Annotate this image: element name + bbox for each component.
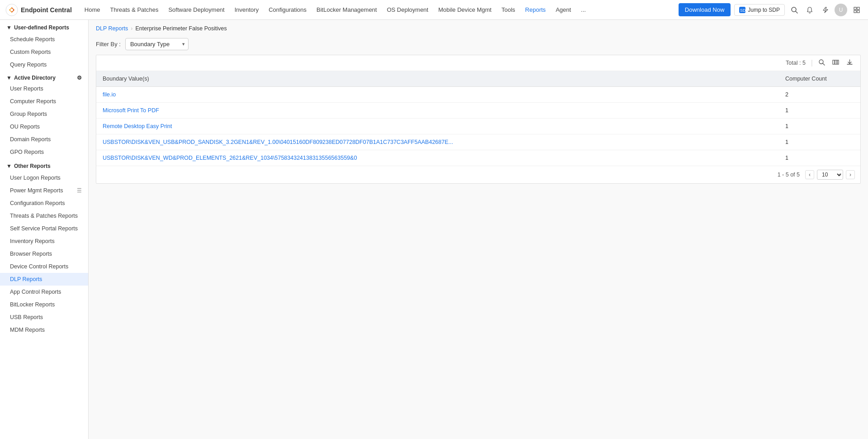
svg-line-5 — [796, 11, 797, 13]
sdp-label: Jump to SDP — [748, 7, 780, 13]
nav-agent[interactable]: Agent — [551, 4, 576, 16]
sidebar-item-usb-reports[interactable]: USB Reports — [0, 311, 88, 324]
svg-rect-7 — [857, 7, 859, 10]
grid-button[interactable] — [851, 4, 863, 16]
table-header-row: Boundary Value(s) Computer Count — [96, 71, 860, 87]
svg-line-11 — [823, 63, 825, 65]
table-container: Total : 5 | — [96, 55, 861, 184]
sidebar-item-mdm-reports[interactable]: MDM Reports — [0, 324, 88, 336]
svg-point-1 — [10, 9, 13, 11]
svg-rect-12 — [833, 60, 835, 64]
cell-boundary-3[interactable]: USBSTOR\DISK&VEN_USB&PROD_SANDISK_3.2GEN… — [96, 134, 779, 150]
collapse-sidebar-icon[interactable]: ☰ — [77, 187, 82, 194]
nav-actions: Download Now SDP Jump to SDP U — [679, 3, 863, 16]
svg-rect-9 — [857, 10, 859, 13]
sidebar-item-bitlocker-reports[interactable]: BitLocker Reports — [0, 298, 88, 311]
filter-label: Filter By : — [96, 41, 121, 48]
section-active-directory[interactable]: ▼ Active Directory — [6, 75, 56, 81]
nav-tools[interactable]: Tools — [497, 4, 519, 16]
section-user-defined[interactable]: ▼ User-defined Reports — [0, 20, 88, 33]
sidebar-item-threats-patches-reports[interactable]: Threats & Patches Reports — [0, 210, 88, 222]
data-table: Boundary Value(s) Computer Count file.io… — [96, 71, 860, 166]
table-download-icon — [846, 59, 853, 66]
table-row: USBSTOR\DISK&VEN_WD&PROD_ELEMENTS_2621&R… — [96, 150, 860, 166]
table-columns-button[interactable] — [830, 58, 841, 68]
nav-home[interactable]: Home — [80, 4, 105, 16]
table-row: Microsoft Print To PDF 1 — [96, 103, 860, 119]
svg-rect-6 — [854, 7, 856, 10]
table-row: file.io 2 — [96, 87, 860, 103]
page-prev-button[interactable]: ‹ — [805, 170, 814, 179]
cell-count-1: 1 — [779, 103, 860, 119]
nav-software-deployment[interactable]: Software Deployment — [164, 4, 229, 16]
sidebar-item-user-reports[interactable]: User Reports — [0, 82, 88, 95]
cell-count-3: 1 — [779, 134, 860, 150]
table-search-icon — [818, 59, 825, 66]
section-user-defined-label: User-defined Reports — [14, 24, 69, 31]
sidebar-item-self-service-reports[interactable]: Self Service Portal Reports — [0, 222, 88, 235]
nav-threats-patches[interactable]: Threats & Patches — [105, 4, 163, 16]
svg-text:SDP: SDP — [740, 8, 745, 13]
sidebar-item-ou-reports[interactable]: OU Reports — [0, 120, 88, 133]
breadcrumb-separator: › — [131, 25, 132, 32]
search-icon — [791, 6, 798, 14]
sidebar-item-group-reports[interactable]: Group Reports — [0, 108, 88, 120]
nav-configurations[interactable]: Configurations — [264, 4, 311, 16]
section-other-reports[interactable]: ▼ Other Reports — [0, 158, 88, 172]
table-columns-icon — [832, 59, 839, 66]
grid-icon — [853, 6, 860, 14]
cell-boundary-0[interactable]: file.io — [96, 87, 779, 103]
total-count: Total : 5 — [786, 60, 806, 66]
settings-gear-icon[interactable]: ⚙ — [77, 75, 82, 81]
chevron-down-icon-ad: ▼ — [6, 75, 12, 81]
cell-count-4: 1 — [779, 150, 860, 166]
table-search-button[interactable] — [816, 58, 827, 68]
sidebar-item-configuration-reports[interactable]: Configuration Reports — [0, 197, 88, 210]
table-body: file.io 2 Microsoft Print To PDF 1 Remot… — [96, 87, 860, 166]
sidebar-item-dlp-reports[interactable]: DLP Reports — [0, 273, 88, 286]
table-row: Remote Desktop Easy Print 1 — [96, 119, 860, 134]
sidebar-item-query-reports[interactable]: Query Reports — [0, 58, 88, 71]
sidebar-item-inventory-reports[interactable]: Inventory Reports — [0, 235, 88, 248]
cell-boundary-2[interactable]: Remote Desktop Easy Print — [96, 119, 779, 134]
lightning-icon — [821, 6, 829, 14]
nav-inventory[interactable]: Inventory — [230, 4, 263, 16]
table-download-button[interactable] — [844, 58, 855, 68]
sidebar-item-computer-reports[interactable]: Computer Reports — [0, 95, 88, 108]
table-row: USBSTOR\DISK&VEN_USB&PROD_SANDISK_3.2GEN… — [96, 134, 860, 150]
download-now-button[interactable]: Download Now — [679, 3, 731, 16]
svg-rect-14 — [837, 60, 839, 64]
lightning-button[interactable] — [819, 4, 831, 16]
filter-select[interactable]: Boundary Type Computer Name User Name — [125, 38, 189, 50]
sidebar-item-user-logon-reports[interactable]: User Logon Reports — [0, 172, 88, 184]
avatar[interactable]: U — [835, 4, 847, 16]
notification-button[interactable] — [804, 4, 816, 16]
sidebar-item-device-control-reports[interactable]: Device Control Reports — [0, 260, 88, 273]
search-button[interactable] — [788, 4, 800, 16]
nav-more[interactable]: ... — [576, 4, 590, 16]
logo-icon — [5, 4, 18, 16]
sidebar-item-app-control-reports[interactable]: App Control Reports — [0, 286, 88, 298]
column-header-boundary: Boundary Value(s) — [96, 71, 779, 87]
sidebar-item-gpo-reports[interactable]: GPO Reports — [0, 146, 88, 158]
sidebar-item-schedule-reports[interactable]: Schedule Reports — [0, 33, 88, 46]
breadcrumb-parent[interactable]: DLP Reports — [96, 25, 128, 32]
nav-bitlocker-management[interactable]: BitLocker Management — [312, 4, 382, 16]
cell-boundary-1[interactable]: Microsoft Print To PDF — [96, 103, 779, 119]
nav-reports[interactable]: Reports — [521, 4, 551, 16]
page-next-button[interactable]: › — [846, 170, 855, 179]
nav-mobile-device-mgmt[interactable]: Mobile Device Mgmt — [434, 4, 496, 16]
breadcrumb-current: Enterprise Perimeter False Positives — [136, 25, 227, 32]
section-active-directory-label: Active Directory — [14, 75, 56, 81]
jump-to-sdp-button[interactable]: SDP Jump to SDP — [734, 4, 785, 16]
nav-menu: Home Threats & Patches Software Deployme… — [80, 4, 679, 16]
cell-boundary-4[interactable]: USBSTOR\DISK&VEN_WD&PROD_ELEMENTS_2621&R… — [96, 150, 779, 166]
table-toolbar: Total : 5 | — [96, 55, 860, 71]
nav-os-deployment[interactable]: OS Deployment — [382, 4, 433, 16]
notification-icon — [806, 6, 813, 14]
sidebar-item-custom-reports[interactable]: Custom Reports — [0, 46, 88, 58]
sidebar-item-power-mgmt-reports[interactable]: Power Mgmt Reports ☰ — [0, 184, 88, 197]
sidebar-item-browser-reports[interactable]: Browser Reports — [0, 248, 88, 260]
sidebar-item-domain-reports[interactable]: Domain Reports — [0, 133, 88, 146]
page-size-select[interactable]: 10 25 50 — [817, 170, 843, 180]
